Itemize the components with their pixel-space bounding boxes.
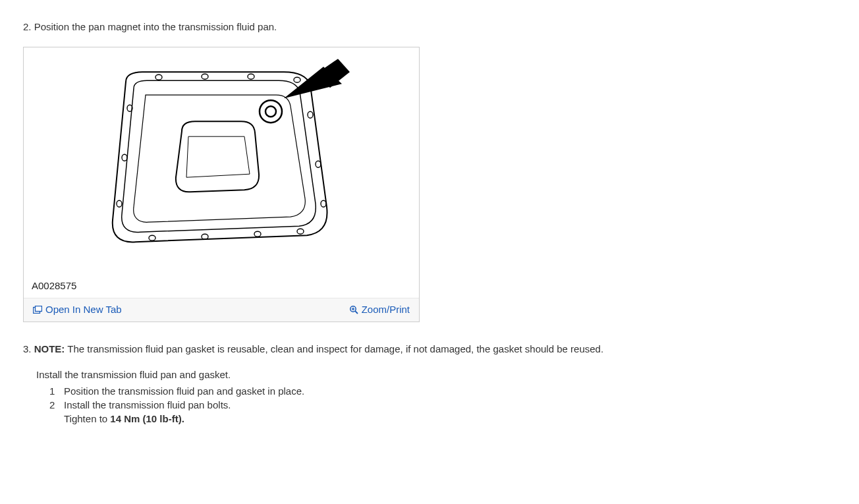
substep-1: 1 Position the transmission fluid pan an…	[49, 384, 836, 398]
figure-label: A0028575	[32, 279, 76, 293]
substep-2-number: 2	[49, 398, 57, 412]
svg-line-21	[355, 311, 358, 314]
svg-point-4	[155, 74, 162, 80]
step-3-note-line: 3. NOTE: The transmission fluid pan gask…	[23, 342, 836, 356]
svg-point-10	[122, 154, 127, 161]
torque-value: 14 Nm (10 lb-ft).	[110, 413, 184, 424]
step-2: 2. Position the pan magnet into the tran…	[23, 20, 836, 322]
open-new-tab-label: Open In New Tab	[45, 302, 122, 316]
figure-toolbar: Open In New Tab Zoom/Print	[24, 298, 419, 322]
svg-point-11	[316, 161, 321, 167]
magnifier-icon	[349, 305, 358, 314]
note-text: The transmission fluid pan gasket is reu…	[67, 343, 603, 354]
step-3: 3. NOTE: The transmission fluid pan gask…	[23, 342, 836, 426]
svg-point-15	[202, 234, 208, 239]
substep-2: 2 Install the transmission fluid pan bol…	[49, 398, 836, 412]
figure-image: A0028575	[24, 47, 419, 298]
substep-1-number: 1	[49, 384, 57, 398]
svg-point-17	[297, 229, 304, 234]
svg-rect-19	[36, 306, 42, 311]
substep-list: 1 Position the transmission fluid pan an…	[49, 384, 836, 412]
step-2-number: 2.	[23, 21, 32, 32]
zoom-print-link[interactable]: Zoom/Print	[349, 302, 410, 316]
svg-point-7	[294, 77, 300, 82]
svg-point-6	[248, 74, 254, 79]
transmission-pan-diagram	[80, 59, 363, 269]
svg-point-16	[254, 231, 261, 237]
svg-point-12	[117, 200, 122, 207]
svg-point-1	[265, 106, 276, 117]
tighten-prefix: Tighten to	[64, 413, 110, 424]
step-2-text: Position the pan magnet into the transmi…	[34, 21, 277, 32]
substep-2-text: Install the transmission fluid pan bolts…	[64, 398, 231, 412]
svg-point-13	[321, 200, 326, 207]
open-new-tab-link[interactable]: Open In New Tab	[33, 302, 122, 316]
step-3-instruction: Install the transmission fluid pan and g…	[36, 368, 836, 381]
step-2-header: 2. Position the pan magnet into the tran…	[23, 20, 836, 34]
svg-point-9	[308, 111, 313, 118]
step-3-body: Install the transmission fluid pan and g…	[36, 368, 836, 426]
tighten-line: Tighten to 14 Nm (10 lb-ft).	[64, 412, 836, 426]
svg-point-14	[149, 235, 155, 240]
new-tab-icon	[33, 306, 42, 314]
svg-point-5	[202, 74, 208, 79]
zoom-print-label: Zoom/Print	[362, 302, 410, 316]
step-3-number: 3.	[23, 343, 32, 354]
substep-1-text: Position the transmission fluid pan and …	[64, 384, 304, 398]
figure-box: A0028575 Open In New Tab Zoom/Print	[23, 47, 420, 322]
note-label: NOTE:	[34, 343, 65, 354]
